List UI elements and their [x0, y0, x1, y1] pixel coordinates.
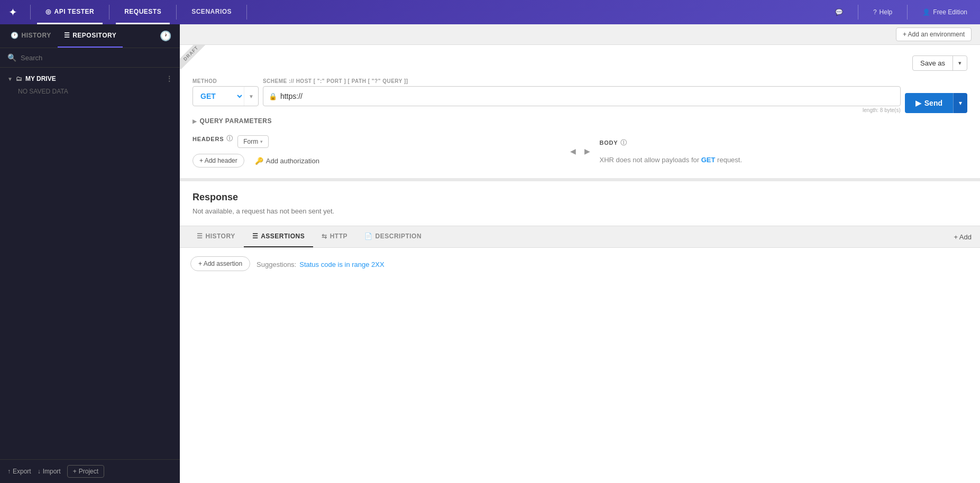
url-length-label: length: 8 byte(s)	[263, 107, 901, 113]
add-environment-button[interactable]: + Add an environment	[896, 27, 972, 41]
key-icon: 🔑	[255, 157, 263, 165]
nav-divider-1	[30, 5, 31, 20]
project-button[interactable]: + Project	[67, 465, 104, 478]
help-icon: ?	[873, 8, 877, 16]
logo-icon[interactable]: ✦	[8, 6, 17, 18]
response-title: Response	[193, 192, 967, 203]
description-tab-icon: 📄	[364, 233, 373, 240]
sidebar-tab-repository[interactable]: ☰ REPOSITORY	[58, 24, 123, 48]
nav-right: 💬 ? Help 👤 Free Edition	[831, 5, 972, 20]
xhr-message: XHR does not allow payloads for GET requ…	[600, 156, 968, 164]
nav-left-arrow-icon[interactable]: ◀	[567, 145, 579, 157]
nav-right-arrow-icon[interactable]: ▶	[581, 145, 593, 157]
body-help-icon[interactable]: ⓘ	[620, 138, 627, 147]
nav-divider-6	[907, 5, 908, 20]
url-input-wrapper: 🔒	[263, 86, 901, 106]
repository-tab-icon: ☰	[64, 32, 70, 39]
import-button[interactable]: ↓ Import	[38, 468, 61, 475]
no-data-label: NO SAVED DATA	[7, 85, 172, 98]
chevron-down-icon: ▼	[7, 76, 13, 82]
add-tab-button[interactable]: + Add	[954, 233, 972, 241]
draft-label: DRAFT	[182, 45, 199, 62]
help-button[interactable]: ? Help	[869, 6, 896, 18]
body-label: BODY ⓘ	[600, 138, 968, 147]
headers-section: HEADERS ⓘ Form ▾ + Add header 🔑 Add auth…	[193, 134, 561, 168]
suggestions-label: Suggestions:	[257, 261, 296, 268]
method-dropdown-arrow-icon[interactable]: ▼	[244, 87, 258, 106]
tab-description[interactable]: 📄 DESCRIPTION	[356, 226, 430, 247]
method-section: METHOD GET POST PUT DELETE PATCH ▼	[193, 78, 259, 113]
save-as-button[interactable]: Save as ▾	[912, 55, 967, 71]
more-options-icon[interactable]: ⋮	[166, 75, 172, 82]
export-icon: ↑	[7, 468, 11, 475]
assertions-tab-icon: ☰	[252, 233, 259, 240]
my-drive-header[interactable]: ▼ 🗂 MY DRIVE ⋮	[7, 73, 172, 85]
chat-icon: 💬	[835, 8, 843, 16]
nav-divider-3	[176, 5, 177, 20]
chat-button[interactable]: 💬	[831, 6, 847, 18]
add-assertion-button[interactable]: + Add assertion	[190, 256, 250, 271]
nav-arrows: ◀ ▶	[561, 145, 600, 157]
suggestions-row: Suggestions: Status code is in range 2XX	[257, 261, 384, 268]
history-tab-icon: ☰	[197, 233, 203, 240]
response-message: Not available, a request has not been se…	[193, 207, 967, 215]
headers-body-row: HEADERS ⓘ Form ▾ + Add header 🔑 Add auth…	[193, 134, 967, 168]
save-as-dropdown-icon[interactable]: ▾	[953, 57, 967, 70]
send-btn-wrapper: ▶ Send ▾	[905, 78, 967, 113]
form-toggle-button[interactable]: Form ▾	[237, 135, 269, 148]
assertions-row: + Add assertion Suggestions: Status code…	[190, 256, 969, 271]
env-bar: + Add an environment	[180, 24, 980, 45]
query-params-toggle[interactable]: ▶ QUERY PARAMETERS	[193, 117, 272, 125]
assertions-panel: + Add assertion Suggestions: Status code…	[180, 248, 980, 483]
main-layout: 🕐 HISTORY ☰ REPOSITORY 🕐 🔍 ▼ 🗂 MY DRIVE …	[0, 24, 980, 483]
sidebar-tabs: 🕐 HISTORY ☰ REPOSITORY 🕐	[0, 24, 180, 48]
request-panel: DRAFT Save as ▾ METHOD GET POST	[180, 45, 980, 181]
nav-item-scenarios[interactable]: SCENARIOS	[183, 0, 240, 24]
form-toggle-arrow-icon: ▾	[260, 139, 263, 144]
tab-assertions[interactable]: ☰ ASSERTIONS	[244, 226, 314, 247]
send-icon: ▶	[915, 99, 921, 107]
body-section: BODY ⓘ XHR does not allow payloads for G…	[600, 138, 968, 164]
url-row: METHOD GET POST PUT DELETE PATCH ▼ SCHEM…	[193, 78, 967, 113]
folder-icon: 🗂	[16, 75, 22, 82]
edition-button[interactable]: 👤 Free Edition	[918, 6, 972, 18]
nav-item-requests[interactable]: REQUESTS	[116, 0, 170, 24]
sidebar-tab-history[interactable]: 🕐 HISTORY	[4, 24, 58, 48]
nav-divider-4	[246, 5, 247, 20]
add-header-button[interactable]: + Add header	[193, 154, 244, 168]
url-section: SCHEME :// HOST [ ":" PORT ] [ PATH [ "?…	[263, 78, 901, 113]
clock-icon-button[interactable]: 🕐	[155, 26, 176, 46]
send-dropdown-button[interactable]: ▾	[953, 93, 967, 113]
query-chevron-icon: ▶	[193, 118, 197, 124]
user-icon: 👤	[922, 8, 930, 16]
add-authorization-button[interactable]: 🔑 Add authorization	[255, 157, 319, 165]
lock-icon: 🔒	[269, 92, 277, 100]
content-area: + Add an environment DRAFT Save as ▾ MET	[180, 24, 980, 483]
query-params-row: ▶ QUERY PARAMETERS	[193, 117, 967, 125]
headers-help-icon[interactable]: ⓘ	[226, 134, 233, 143]
bottom-tabs: ☰ HISTORY ☰ ASSERTIONS ⇆ HTTP 📄 DESCRIPT…	[180, 226, 980, 248]
response-panel: Response Not available, a request has no…	[180, 181, 980, 226]
export-button[interactable]: ↑ Export	[7, 468, 31, 475]
history-tab-icon: 🕐	[11, 32, 19, 39]
get-method-label: GET	[701, 156, 716, 164]
nav-divider-2	[109, 5, 109, 20]
search-input[interactable]	[21, 54, 172, 62]
tab-http[interactable]: ⇆ HTTP	[313, 226, 356, 247]
project-icon: +	[73, 468, 77, 475]
my-drive-section: ▼ 🗂 MY DRIVE ⋮ NO SAVED DATA	[0, 68, 180, 104]
sidebar: 🕐 HISTORY ☰ REPOSITORY 🕐 🔍 ▼ 🗂 MY DRIVE …	[0, 24, 180, 483]
import-icon: ↓	[38, 468, 41, 475]
top-nav: ✦ ◎ API TESTER REQUESTS SCENARIOS 💬 ? He…	[0, 0, 980, 24]
send-button[interactable]: ▶ Send	[905, 93, 953, 113]
search-icon: 🔍	[7, 53, 16, 62]
http-tab-icon: ⇆	[322, 233, 327, 240]
tab-history[interactable]: ☰ HISTORY	[188, 226, 244, 247]
save-bar: Save as ▾	[193, 55, 967, 71]
sidebar-bottom: ↑ Export ↓ Import + Project	[0, 459, 180, 483]
nav-item-api-tester[interactable]: ◎ API TESTER	[37, 0, 103, 24]
method-select[interactable]: GET POST PUT DELETE PATCH	[193, 87, 244, 106]
method-select-wrapper: GET POST PUT DELETE PATCH ▼	[193, 86, 259, 106]
url-input[interactable]	[280, 92, 895, 100]
suggestion-link[interactable]: Status code is in range 2XX	[299, 261, 384, 268]
